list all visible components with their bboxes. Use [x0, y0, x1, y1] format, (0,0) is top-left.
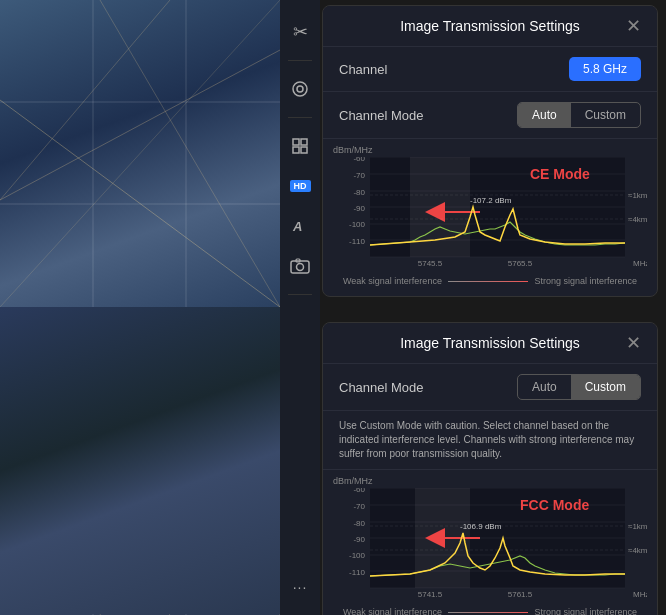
- svg-text:≈4km: ≈4km: [628, 546, 647, 555]
- svg-text:-70: -70: [353, 502, 365, 511]
- sidebar: ✂ HD A: [280, 0, 320, 615]
- top-panel-header: Image Transmission Settings ✕: [323, 6, 657, 47]
- svg-text:≈4km: ≈4km: [628, 215, 647, 224]
- svg-text:-100: -100: [349, 220, 366, 229]
- svg-text:-106.9 dBm: -106.9 dBm: [460, 522, 502, 531]
- sidebar-section-2: [280, 65, 320, 113]
- bottom-warning-text: Use Custom Mode with caution. Select cha…: [323, 411, 657, 470]
- sidebar-section-3: HD A: [280, 122, 320, 290]
- sidebar-item-speaker[interactable]: [282, 71, 318, 107]
- svg-text:-90: -90: [353, 204, 365, 213]
- svg-rect-22: [293, 147, 299, 153]
- svg-text:-90: -90: [353, 535, 365, 544]
- bottom-channel-mode-label: Channel Mode: [339, 380, 424, 395]
- svg-line-2: [100, 0, 280, 307]
- sidebar-divider-2: [288, 117, 312, 118]
- svg-text:MHz: MHz: [633, 259, 647, 267]
- svg-text:-110: -110: [349, 237, 366, 246]
- svg-text:MHz: MHz: [633, 590, 647, 598]
- top-legend: Weak signal interference Strong signal i…: [333, 272, 647, 290]
- sidebar-top-section: ✂: [280, 8, 320, 56]
- top-toggle-group: Auto Custom: [517, 102, 641, 128]
- top-close-button[interactable]: ✕: [621, 14, 645, 38]
- bottom-strong-label: Strong signal interference: [534, 607, 637, 615]
- svg-text:CE Mode: CE Mode: [530, 166, 590, 182]
- sidebar-item-camera[interactable]: [282, 248, 318, 284]
- sidebar-item-hd[interactable]: HD: [282, 168, 318, 204]
- svg-text:-80: -80: [353, 519, 365, 528]
- top-channel-mode-label: Channel Mode: [339, 108, 424, 123]
- svg-line-3: [0, 0, 280, 307]
- sidebar-item-scissors[interactable]: ✂: [282, 14, 318, 50]
- svg-line-1: [0, 50, 280, 200]
- svg-text:5745.5: 5745.5: [418, 259, 443, 267]
- svg-text:-80: -80: [353, 188, 365, 197]
- svg-text:-100: -100: [349, 551, 366, 560]
- sidebar-divider-1: [288, 60, 312, 61]
- bottom-legend-line: [448, 612, 529, 613]
- top-panel-title: Image Transmission Settings: [400, 18, 580, 34]
- bottom-toggle-group: Auto Custom: [517, 374, 641, 400]
- svg-text:≈1km: ≈1km: [628, 522, 647, 531]
- svg-text:-110: -110: [349, 568, 366, 577]
- top-weak-label: Weak signal interference: [343, 276, 442, 286]
- bottom-panel-header: Image Transmission Settings ✕: [323, 323, 657, 364]
- bottom-panel-title: Image Transmission Settings: [400, 335, 580, 351]
- svg-text:-60: -60: [353, 157, 365, 163]
- bottom-chart-y-label: dBm/MHz: [333, 476, 647, 486]
- top-custom-button[interactable]: Custom: [571, 103, 640, 127]
- top-channel-mode-row: Channel Mode Auto Custom: [323, 92, 657, 139]
- top-channel-row: Channel 5.8 GHz: [323, 47, 657, 92]
- svg-text:A: A: [292, 219, 302, 234]
- svg-text:5761.5: 5761.5: [508, 590, 533, 598]
- top-settings-panel: Image Transmission Settings ✕ Channel 5.…: [322, 5, 658, 297]
- svg-rect-21: [301, 139, 307, 145]
- bottom-close-button[interactable]: ✕: [621, 331, 645, 355]
- hd-badge-label: HD: [290, 180, 311, 192]
- svg-rect-23: [301, 147, 307, 153]
- top-legend-line: [448, 281, 529, 282]
- top-chart-wrapper: -60 -70 -80 -90 -100 -110 -107.2 dBm CE: [333, 157, 647, 272]
- bottom-channel-mode-row: Channel Mode Auto Custom: [323, 364, 657, 411]
- top-channel-value[interactable]: 5.8 GHz: [569, 57, 641, 81]
- svg-line-0: [0, 100, 280, 307]
- svg-text:5741.5: 5741.5: [418, 590, 443, 598]
- bottom-chart-container: dBm/MHz -60 -70 -80 -90 -100 -110: [323, 470, 657, 615]
- svg-text:FCC Mode: FCC Mode: [520, 497, 589, 513]
- bottom-chart-wrapper: -60 -70 -80 -90 -100 -110 -106.9 dBm FC: [333, 488, 647, 603]
- bottom-chart-svg: -60 -70 -80 -90 -100 -110 -106.9 dBm FC: [333, 488, 647, 598]
- bottom-legend: Weak signal interference Strong signal i…: [333, 603, 647, 615]
- svg-point-18: [293, 82, 307, 96]
- bottom-settings-panel: Image Transmission Settings ✕ Channel Mo…: [322, 322, 658, 615]
- top-auto-button[interactable]: Auto: [518, 103, 571, 127]
- svg-point-19: [297, 86, 303, 92]
- svg-text:-70: -70: [353, 171, 365, 180]
- svg-text:-60: -60: [353, 488, 365, 494]
- top-chart-svg: -60 -70 -80 -90 -100 -110 -107.2 dBm CE: [333, 157, 647, 267]
- top-strong-label: Strong signal interference: [534, 276, 637, 286]
- svg-line-4: [0, 0, 170, 200]
- sidebar-item-font[interactable]: A: [282, 208, 318, 244]
- bottom-auto-button[interactable]: Auto: [518, 375, 571, 399]
- bottom-weak-label: Weak signal interference: [343, 607, 442, 615]
- top-chart-container: dBm/MHz -60 -70 -80 -90 -100 -110: [323, 139, 657, 296]
- sidebar-item-more[interactable]: ···: [282, 569, 318, 605]
- svg-text:5765.5: 5765.5: [508, 259, 533, 267]
- sidebar-item-grid[interactable]: [282, 128, 318, 164]
- svg-text:≈1km: ≈1km: [628, 191, 647, 200]
- top-chart-y-label: dBm/MHz: [333, 145, 647, 155]
- svg-point-26: [297, 264, 304, 271]
- svg-text:-107.2 dBm: -107.2 dBm: [470, 196, 512, 205]
- svg-rect-20: [293, 139, 299, 145]
- sidebar-divider-3: [288, 294, 312, 295]
- bottom-custom-button[interactable]: Custom: [571, 375, 640, 399]
- top-channel-label: Channel: [339, 62, 387, 77]
